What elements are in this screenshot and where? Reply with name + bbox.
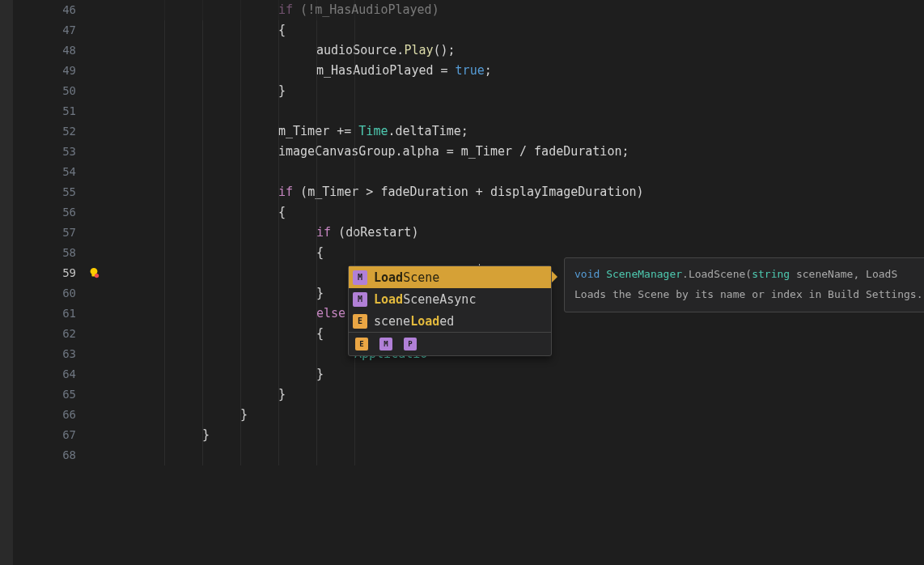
line-number: 68 xyxy=(13,445,86,465)
code-line[interactable] xyxy=(102,162,924,182)
code-line[interactable]: imageCanvasGroup.alpha = m_Timer / fadeD… xyxy=(102,142,924,162)
suggest-item[interactable]: EsceneLoaded xyxy=(349,310,551,332)
line-number: 67 xyxy=(13,425,86,445)
suggest-filter-icon[interactable]: P xyxy=(404,338,417,350)
line-number: 48 xyxy=(13,40,86,61)
suggest-footer[interactable]: EMP xyxy=(349,332,551,355)
code-line[interactable]: if (doRestart) xyxy=(102,223,924,243)
line-number: 60 xyxy=(13,283,86,304)
line-number: 50 xyxy=(13,81,86,101)
code-line[interactable]: m_HasAudioPlayed = true; xyxy=(102,61,924,81)
line-number-gutter: 4647484950515253545556575859606162636465… xyxy=(13,0,86,565)
doc-signature: void SceneManager.LoadScene(string scene… xyxy=(574,266,924,283)
line-number: 56 xyxy=(13,202,86,223)
code-line[interactable]: m_Timer += Time.deltaTime; xyxy=(102,121,924,142)
line-number: 55 xyxy=(13,182,86,202)
code-line[interactable]: audioSource.Play(); xyxy=(102,40,924,61)
lightbulb-icon[interactable] xyxy=(87,266,100,279)
line-number: 61 xyxy=(13,304,86,324)
line-number: 59 xyxy=(13,263,86,283)
suggest-item[interactable]: MLoadScene xyxy=(349,266,551,288)
line-number: 51 xyxy=(13,101,86,121)
svg-point-0 xyxy=(95,274,99,278)
code-line[interactable]: { xyxy=(102,202,924,223)
line-number: 47 xyxy=(13,20,86,40)
line-number: 64 xyxy=(13,364,86,384)
line-number: 54 xyxy=(13,162,86,182)
suggest-arrow xyxy=(552,271,557,282)
suggest-item[interactable]: MLoadSceneAsync xyxy=(349,288,551,310)
code-line[interactable]: } xyxy=(102,81,924,101)
line-number: 66 xyxy=(13,405,86,425)
suggest-label: LoadSceneAsync xyxy=(374,292,476,307)
code-line[interactable]: if (m_Timer > fadeDuration + displayImag… xyxy=(102,182,924,202)
doc-description: Loads the Scene by its name or index in … xyxy=(574,287,924,304)
code-line[interactable] xyxy=(102,101,924,121)
line-number: 65 xyxy=(13,384,86,405)
suggest-filter-icon[interactable]: E xyxy=(355,338,368,350)
suggest-list[interactable]: MLoadSceneMLoadSceneAsyncEsceneLoaded xyxy=(349,266,551,332)
line-number: 46 xyxy=(13,0,86,20)
line-number: 49 xyxy=(13,61,86,81)
code-line[interactable]: } xyxy=(102,405,924,425)
glyph-margin xyxy=(86,0,102,565)
line-number: 52 xyxy=(13,121,86,142)
line-number: 63 xyxy=(13,344,86,364)
line-number: 62 xyxy=(13,324,86,344)
intellisense-docs-panel: void SceneManager.LoadScene(string scene… xyxy=(564,257,924,312)
suggest-kind-icon: E xyxy=(353,314,367,329)
intellisense-suggest-widget[interactable]: MLoadSceneMLoadSceneAsyncEsceneLoaded EM… xyxy=(348,266,552,356)
line-number: 58 xyxy=(13,243,86,263)
suggest-filter-icon[interactable]: M xyxy=(379,338,392,350)
line-number: 57 xyxy=(13,223,86,243)
code-line[interactable] xyxy=(102,445,924,465)
code-line[interactable]: } xyxy=(102,384,924,405)
code-line[interactable]: { xyxy=(102,20,924,40)
suggest-label: sceneLoaded xyxy=(374,314,454,329)
editor-left-strip xyxy=(0,0,13,565)
line-number: 53 xyxy=(13,142,86,162)
code-line[interactable]: if (!m_HasAudioPlayed) xyxy=(102,0,924,20)
suggest-label: LoadScene xyxy=(374,270,439,285)
code-line[interactable]: } xyxy=(102,364,924,384)
code-line[interactable]: } xyxy=(102,425,924,445)
suggest-kind-icon: M xyxy=(353,270,367,285)
suggest-kind-icon: M xyxy=(353,292,367,307)
